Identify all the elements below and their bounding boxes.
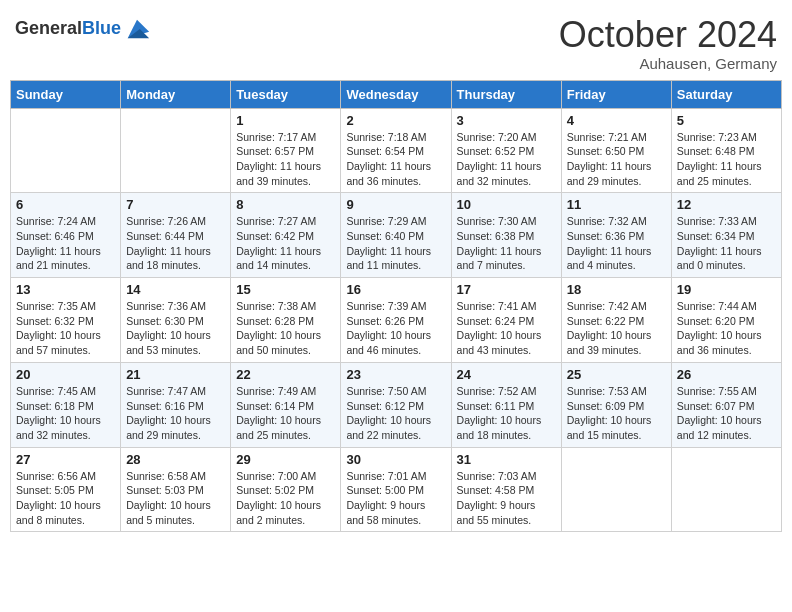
calendar-day-cell: 9Sunrise: 7:29 AMSunset: 6:40 PMDaylight… xyxy=(341,193,451,278)
day-of-week-header: Saturday xyxy=(671,80,781,108)
month-title: October 2024 xyxy=(559,15,777,55)
day-number: 8 xyxy=(236,197,335,212)
day-of-week-header: Tuesday xyxy=(231,80,341,108)
calendar-week-row: 13Sunrise: 7:35 AMSunset: 6:32 PMDayligh… xyxy=(11,278,782,363)
day-number: 17 xyxy=(457,282,556,297)
day-detail: Sunrise: 7:55 AMSunset: 6:07 PMDaylight:… xyxy=(677,384,776,443)
day-detail: Sunrise: 7:35 AMSunset: 6:32 PMDaylight:… xyxy=(16,299,115,358)
calendar-day-cell xyxy=(11,108,121,193)
day-detail: Sunrise: 7:33 AMSunset: 6:34 PMDaylight:… xyxy=(677,214,776,273)
day-number: 19 xyxy=(677,282,776,297)
day-detail: Sunrise: 7:42 AMSunset: 6:22 PMDaylight:… xyxy=(567,299,666,358)
location-subtitle: Auhausen, Germany xyxy=(559,55,777,72)
day-detail: Sunrise: 7:49 AMSunset: 6:14 PMDaylight:… xyxy=(236,384,335,443)
calendar-table: SundayMondayTuesdayWednesdayThursdayFrid… xyxy=(10,80,782,533)
day-detail: Sunrise: 7:38 AMSunset: 6:28 PMDaylight:… xyxy=(236,299,335,358)
calendar-week-row: 20Sunrise: 7:45 AMSunset: 6:18 PMDayligh… xyxy=(11,362,782,447)
day-number: 5 xyxy=(677,113,776,128)
day-number: 29 xyxy=(236,452,335,467)
calendar-day-cell xyxy=(561,447,671,532)
calendar-day-cell: 19Sunrise: 7:44 AMSunset: 6:20 PMDayligh… xyxy=(671,278,781,363)
day-of-week-header: Thursday xyxy=(451,80,561,108)
day-number: 21 xyxy=(126,367,225,382)
day-detail: Sunrise: 6:56 AMSunset: 5:05 PMDaylight:… xyxy=(16,469,115,528)
calendar-day-cell: 25Sunrise: 7:53 AMSunset: 6:09 PMDayligh… xyxy=(561,362,671,447)
day-of-week-header: Monday xyxy=(121,80,231,108)
day-number: 11 xyxy=(567,197,666,212)
calendar-day-cell: 15Sunrise: 7:38 AMSunset: 6:28 PMDayligh… xyxy=(231,278,341,363)
day-number: 3 xyxy=(457,113,556,128)
day-detail: Sunrise: 7:29 AMSunset: 6:40 PMDaylight:… xyxy=(346,214,445,273)
calendar-day-cell: 11Sunrise: 7:32 AMSunset: 6:36 PMDayligh… xyxy=(561,193,671,278)
day-number: 7 xyxy=(126,197,225,212)
day-detail: Sunrise: 6:58 AMSunset: 5:03 PMDaylight:… xyxy=(126,469,225,528)
day-detail: Sunrise: 7:52 AMSunset: 6:11 PMDaylight:… xyxy=(457,384,556,443)
day-number: 24 xyxy=(457,367,556,382)
calendar-week-row: 27Sunrise: 6:56 AMSunset: 5:05 PMDayligh… xyxy=(11,447,782,532)
calendar-day-cell: 10Sunrise: 7:30 AMSunset: 6:38 PMDayligh… xyxy=(451,193,561,278)
calendar-day-cell xyxy=(121,108,231,193)
day-number: 22 xyxy=(236,367,335,382)
calendar-day-cell: 6Sunrise: 7:24 AMSunset: 6:46 PMDaylight… xyxy=(11,193,121,278)
day-number: 13 xyxy=(16,282,115,297)
calendar-day-cell: 31Sunrise: 7:03 AMSunset: 4:58 PMDayligh… xyxy=(451,447,561,532)
day-detail: Sunrise: 7:20 AMSunset: 6:52 PMDaylight:… xyxy=(457,130,556,189)
calendar-day-cell: 27Sunrise: 6:56 AMSunset: 5:05 PMDayligh… xyxy=(11,447,121,532)
day-number: 30 xyxy=(346,452,445,467)
day-of-week-header: Wednesday xyxy=(341,80,451,108)
calendar-day-cell: 21Sunrise: 7:47 AMSunset: 6:16 PMDayligh… xyxy=(121,362,231,447)
calendar-day-cell: 23Sunrise: 7:50 AMSunset: 6:12 PMDayligh… xyxy=(341,362,451,447)
day-detail: Sunrise: 7:17 AMSunset: 6:57 PMDaylight:… xyxy=(236,130,335,189)
day-number: 27 xyxy=(16,452,115,467)
day-detail: Sunrise: 7:50 AMSunset: 6:12 PMDaylight:… xyxy=(346,384,445,443)
calendar-day-cell: 16Sunrise: 7:39 AMSunset: 6:26 PMDayligh… xyxy=(341,278,451,363)
calendar-day-cell: 24Sunrise: 7:52 AMSunset: 6:11 PMDayligh… xyxy=(451,362,561,447)
title-block: October 2024 Auhausen, Germany xyxy=(559,15,777,72)
day-of-week-header: Sunday xyxy=(11,80,121,108)
calendar-day-cell: 4Sunrise: 7:21 AMSunset: 6:50 PMDaylight… xyxy=(561,108,671,193)
calendar-week-row: 1Sunrise: 7:17 AMSunset: 6:57 PMDaylight… xyxy=(11,108,782,193)
day-number: 6 xyxy=(16,197,115,212)
calendar-day-cell: 1Sunrise: 7:17 AMSunset: 6:57 PMDaylight… xyxy=(231,108,341,193)
day-detail: Sunrise: 7:21 AMSunset: 6:50 PMDaylight:… xyxy=(567,130,666,189)
calendar-day-cell: 17Sunrise: 7:41 AMSunset: 6:24 PMDayligh… xyxy=(451,278,561,363)
day-of-week-header: Friday xyxy=(561,80,671,108)
calendar-header-row: SundayMondayTuesdayWednesdayThursdayFrid… xyxy=(11,80,782,108)
calendar-day-cell: 20Sunrise: 7:45 AMSunset: 6:18 PMDayligh… xyxy=(11,362,121,447)
day-number: 10 xyxy=(457,197,556,212)
calendar-day-cell xyxy=(671,447,781,532)
calendar-week-row: 6Sunrise: 7:24 AMSunset: 6:46 PMDaylight… xyxy=(11,193,782,278)
day-number: 12 xyxy=(677,197,776,212)
day-number: 18 xyxy=(567,282,666,297)
day-detail: Sunrise: 7:24 AMSunset: 6:46 PMDaylight:… xyxy=(16,214,115,273)
calendar-day-cell: 28Sunrise: 6:58 AMSunset: 5:03 PMDayligh… xyxy=(121,447,231,532)
page-header: GeneralBlue October 2024 Auhausen, Germa… xyxy=(10,10,782,72)
calendar-day-cell: 12Sunrise: 7:33 AMSunset: 6:34 PMDayligh… xyxy=(671,193,781,278)
logo: GeneralBlue xyxy=(15,15,151,43)
calendar-day-cell: 29Sunrise: 7:00 AMSunset: 5:02 PMDayligh… xyxy=(231,447,341,532)
calendar-day-cell: 8Sunrise: 7:27 AMSunset: 6:42 PMDaylight… xyxy=(231,193,341,278)
day-number: 4 xyxy=(567,113,666,128)
day-detail: Sunrise: 7:36 AMSunset: 6:30 PMDaylight:… xyxy=(126,299,225,358)
day-number: 25 xyxy=(567,367,666,382)
day-detail: Sunrise: 7:00 AMSunset: 5:02 PMDaylight:… xyxy=(236,469,335,528)
day-detail: Sunrise: 7:53 AMSunset: 6:09 PMDaylight:… xyxy=(567,384,666,443)
calendar-day-cell: 14Sunrise: 7:36 AMSunset: 6:30 PMDayligh… xyxy=(121,278,231,363)
day-number: 20 xyxy=(16,367,115,382)
day-number: 16 xyxy=(346,282,445,297)
day-number: 15 xyxy=(236,282,335,297)
logo-general-text: General xyxy=(15,18,82,38)
day-number: 26 xyxy=(677,367,776,382)
calendar-day-cell: 13Sunrise: 7:35 AMSunset: 6:32 PMDayligh… xyxy=(11,278,121,363)
day-detail: Sunrise: 7:27 AMSunset: 6:42 PMDaylight:… xyxy=(236,214,335,273)
day-number: 31 xyxy=(457,452,556,467)
calendar-day-cell: 5Sunrise: 7:23 AMSunset: 6:48 PMDaylight… xyxy=(671,108,781,193)
day-detail: Sunrise: 7:01 AMSunset: 5:00 PMDaylight:… xyxy=(346,469,445,528)
calendar-day-cell: 3Sunrise: 7:20 AMSunset: 6:52 PMDaylight… xyxy=(451,108,561,193)
day-number: 9 xyxy=(346,197,445,212)
calendar-day-cell: 30Sunrise: 7:01 AMSunset: 5:00 PMDayligh… xyxy=(341,447,451,532)
day-detail: Sunrise: 7:41 AMSunset: 6:24 PMDaylight:… xyxy=(457,299,556,358)
day-number: 28 xyxy=(126,452,225,467)
day-detail: Sunrise: 7:23 AMSunset: 6:48 PMDaylight:… xyxy=(677,130,776,189)
calendar-day-cell: 26Sunrise: 7:55 AMSunset: 6:07 PMDayligh… xyxy=(671,362,781,447)
